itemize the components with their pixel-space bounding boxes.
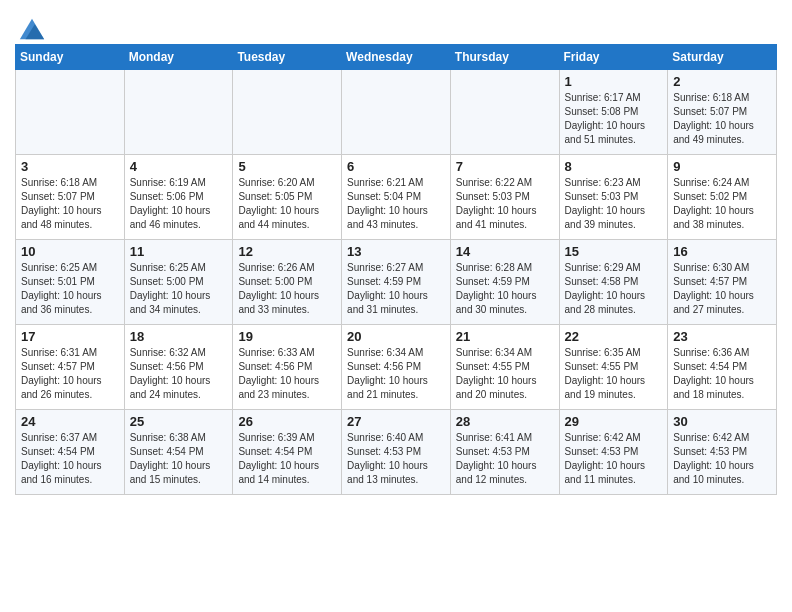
day-info: Sunrise: 6:22 AM Sunset: 5:03 PM Dayligh… [456, 176, 554, 232]
calendar-cell [124, 70, 233, 155]
weekday-header-monday: Monday [124, 45, 233, 70]
calendar-cell: 15Sunrise: 6:29 AM Sunset: 4:58 PM Dayli… [559, 240, 668, 325]
day-info: Sunrise: 6:30 AM Sunset: 4:57 PM Dayligh… [673, 261, 771, 317]
calendar-cell: 11Sunrise: 6:25 AM Sunset: 5:00 PM Dayli… [124, 240, 233, 325]
day-number: 14 [456, 244, 554, 259]
calendar-cell: 23Sunrise: 6:36 AM Sunset: 4:54 PM Dayli… [668, 325, 777, 410]
day-number: 28 [456, 414, 554, 429]
day-number: 13 [347, 244, 445, 259]
calendar-week-row: 17Sunrise: 6:31 AM Sunset: 4:57 PM Dayli… [16, 325, 777, 410]
day-info: Sunrise: 6:39 AM Sunset: 4:54 PM Dayligh… [238, 431, 336, 487]
day-number: 30 [673, 414, 771, 429]
calendar-week-row: 3Sunrise: 6:18 AM Sunset: 5:07 PM Daylig… [16, 155, 777, 240]
day-number: 1 [565, 74, 663, 89]
calendar-cell: 18Sunrise: 6:32 AM Sunset: 4:56 PM Dayli… [124, 325, 233, 410]
calendar-cell: 20Sunrise: 6:34 AM Sunset: 4:56 PM Dayli… [342, 325, 451, 410]
logo-icon [18, 14, 46, 42]
day-number: 5 [238, 159, 336, 174]
calendar-cell: 30Sunrise: 6:42 AM Sunset: 4:53 PM Dayli… [668, 410, 777, 495]
day-info: Sunrise: 6:32 AM Sunset: 4:56 PM Dayligh… [130, 346, 228, 402]
day-number: 2 [673, 74, 771, 89]
calendar-cell [16, 70, 125, 155]
day-info: Sunrise: 6:27 AM Sunset: 4:59 PM Dayligh… [347, 261, 445, 317]
calendar-week-row: 1Sunrise: 6:17 AM Sunset: 5:08 PM Daylig… [16, 70, 777, 155]
day-info: Sunrise: 6:19 AM Sunset: 5:06 PM Dayligh… [130, 176, 228, 232]
calendar-cell: 4Sunrise: 6:19 AM Sunset: 5:06 PM Daylig… [124, 155, 233, 240]
day-number: 17 [21, 329, 119, 344]
calendar-week-row: 10Sunrise: 6:25 AM Sunset: 5:01 PM Dayli… [16, 240, 777, 325]
calendar-cell [450, 70, 559, 155]
day-info: Sunrise: 6:31 AM Sunset: 4:57 PM Dayligh… [21, 346, 119, 402]
calendar-cell: 26Sunrise: 6:39 AM Sunset: 4:54 PM Dayli… [233, 410, 342, 495]
calendar-cell: 14Sunrise: 6:28 AM Sunset: 4:59 PM Dayli… [450, 240, 559, 325]
day-number: 27 [347, 414, 445, 429]
header [15, 10, 777, 38]
page-container: SundayMondayTuesdayWednesdayThursdayFrid… [0, 0, 792, 505]
day-number: 26 [238, 414, 336, 429]
day-number: 23 [673, 329, 771, 344]
day-number: 22 [565, 329, 663, 344]
day-info: Sunrise: 6:26 AM Sunset: 5:00 PM Dayligh… [238, 261, 336, 317]
day-info: Sunrise: 6:18 AM Sunset: 5:07 PM Dayligh… [21, 176, 119, 232]
day-number: 8 [565, 159, 663, 174]
day-info: Sunrise: 6:38 AM Sunset: 4:54 PM Dayligh… [130, 431, 228, 487]
day-info: Sunrise: 6:28 AM Sunset: 4:59 PM Dayligh… [456, 261, 554, 317]
calendar-cell: 6Sunrise: 6:21 AM Sunset: 5:04 PM Daylig… [342, 155, 451, 240]
calendar-cell: 19Sunrise: 6:33 AM Sunset: 4:56 PM Dayli… [233, 325, 342, 410]
calendar-cell: 22Sunrise: 6:35 AM Sunset: 4:55 PM Dayli… [559, 325, 668, 410]
day-info: Sunrise: 6:33 AM Sunset: 4:56 PM Dayligh… [238, 346, 336, 402]
day-info: Sunrise: 6:18 AM Sunset: 5:07 PM Dayligh… [673, 91, 771, 147]
calendar-cell: 5Sunrise: 6:20 AM Sunset: 5:05 PM Daylig… [233, 155, 342, 240]
day-number: 19 [238, 329, 336, 344]
day-number: 16 [673, 244, 771, 259]
calendar-cell: 16Sunrise: 6:30 AM Sunset: 4:57 PM Dayli… [668, 240, 777, 325]
day-number: 15 [565, 244, 663, 259]
weekday-header-tuesday: Tuesday [233, 45, 342, 70]
calendar-cell: 7Sunrise: 6:22 AM Sunset: 5:03 PM Daylig… [450, 155, 559, 240]
day-number: 18 [130, 329, 228, 344]
calendar-table: SundayMondayTuesdayWednesdayThursdayFrid… [15, 44, 777, 495]
logo-text [15, 14, 46, 38]
day-number: 29 [565, 414, 663, 429]
day-number: 4 [130, 159, 228, 174]
weekday-header-friday: Friday [559, 45, 668, 70]
day-info: Sunrise: 6:42 AM Sunset: 4:53 PM Dayligh… [673, 431, 771, 487]
day-info: Sunrise: 6:35 AM Sunset: 4:55 PM Dayligh… [565, 346, 663, 402]
day-info: Sunrise: 6:21 AM Sunset: 5:04 PM Dayligh… [347, 176, 445, 232]
day-number: 24 [21, 414, 119, 429]
weekday-header-wednesday: Wednesday [342, 45, 451, 70]
day-info: Sunrise: 6:41 AM Sunset: 4:53 PM Dayligh… [456, 431, 554, 487]
calendar-cell: 8Sunrise: 6:23 AM Sunset: 5:03 PM Daylig… [559, 155, 668, 240]
calendar-cell: 25Sunrise: 6:38 AM Sunset: 4:54 PM Dayli… [124, 410, 233, 495]
calendar-cell: 27Sunrise: 6:40 AM Sunset: 4:53 PM Dayli… [342, 410, 451, 495]
day-info: Sunrise: 6:24 AM Sunset: 5:02 PM Dayligh… [673, 176, 771, 232]
day-info: Sunrise: 6:23 AM Sunset: 5:03 PM Dayligh… [565, 176, 663, 232]
day-info: Sunrise: 6:42 AM Sunset: 4:53 PM Dayligh… [565, 431, 663, 487]
day-info: Sunrise: 6:36 AM Sunset: 4:54 PM Dayligh… [673, 346, 771, 402]
calendar-header-row: SundayMondayTuesdayWednesdayThursdayFrid… [16, 45, 777, 70]
day-number: 12 [238, 244, 336, 259]
calendar-cell: 1Sunrise: 6:17 AM Sunset: 5:08 PM Daylig… [559, 70, 668, 155]
weekday-header-sunday: Sunday [16, 45, 125, 70]
day-number: 3 [21, 159, 119, 174]
day-info: Sunrise: 6:20 AM Sunset: 5:05 PM Dayligh… [238, 176, 336, 232]
day-info: Sunrise: 6:25 AM Sunset: 5:01 PM Dayligh… [21, 261, 119, 317]
calendar-cell [342, 70, 451, 155]
day-number: 11 [130, 244, 228, 259]
day-info: Sunrise: 6:34 AM Sunset: 4:56 PM Dayligh… [347, 346, 445, 402]
calendar-cell: 29Sunrise: 6:42 AM Sunset: 4:53 PM Dayli… [559, 410, 668, 495]
calendar-cell: 12Sunrise: 6:26 AM Sunset: 5:00 PM Dayli… [233, 240, 342, 325]
day-info: Sunrise: 6:29 AM Sunset: 4:58 PM Dayligh… [565, 261, 663, 317]
calendar-cell: 17Sunrise: 6:31 AM Sunset: 4:57 PM Dayli… [16, 325, 125, 410]
day-info: Sunrise: 6:17 AM Sunset: 5:08 PM Dayligh… [565, 91, 663, 147]
day-number: 6 [347, 159, 445, 174]
weekday-header-saturday: Saturday [668, 45, 777, 70]
day-number: 7 [456, 159, 554, 174]
day-info: Sunrise: 6:34 AM Sunset: 4:55 PM Dayligh… [456, 346, 554, 402]
calendar-week-row: 24Sunrise: 6:37 AM Sunset: 4:54 PM Dayli… [16, 410, 777, 495]
day-number: 25 [130, 414, 228, 429]
calendar-cell: 2Sunrise: 6:18 AM Sunset: 5:07 PM Daylig… [668, 70, 777, 155]
day-info: Sunrise: 6:40 AM Sunset: 4:53 PM Dayligh… [347, 431, 445, 487]
calendar-cell: 28Sunrise: 6:41 AM Sunset: 4:53 PM Dayli… [450, 410, 559, 495]
calendar-cell: 10Sunrise: 6:25 AM Sunset: 5:01 PM Dayli… [16, 240, 125, 325]
